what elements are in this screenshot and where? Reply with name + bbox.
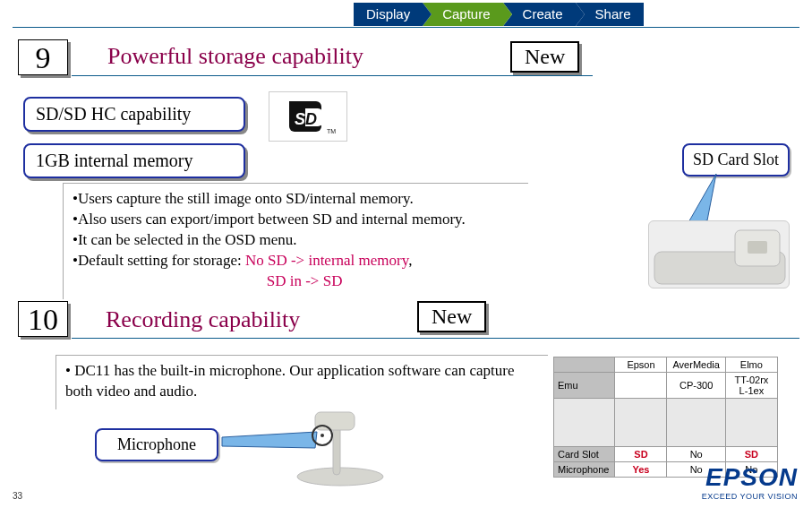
row-label: Microphone xyxy=(554,462,615,478)
nav-label: Display xyxy=(366,6,410,22)
bullet-text: It can be selected in the OSD menu. xyxy=(78,231,297,248)
svg-text:D: D xyxy=(305,110,317,128)
brand-word: EPSON xyxy=(702,463,798,492)
bullet-text: Users capture the still image onto SD/in… xyxy=(78,190,414,207)
rule-section-10 xyxy=(72,338,799,339)
thumb-avermedia xyxy=(667,399,725,447)
table-row-images xyxy=(554,399,778,447)
nav-label: Share xyxy=(595,6,631,22)
bullet-pink: No SD -> internal memory xyxy=(245,252,408,269)
rule-top xyxy=(13,27,799,28)
nav-create: Create xyxy=(503,3,576,26)
nav-display: Display xyxy=(354,3,423,26)
svg-text:S: S xyxy=(295,110,305,128)
sub-sd-capability: SD/SD HC capability xyxy=(23,97,245,132)
sub-internal-memory: 1GB internal memory xyxy=(23,143,245,178)
thumb-epson xyxy=(615,399,667,447)
section-number-9: 9 xyxy=(18,39,68,75)
row-label: Card Slot xyxy=(554,447,615,462)
comparison-table: Epson AverMedia Elmo Emu CP-300 TT-02rx … xyxy=(553,357,778,478)
row-label: Emu xyxy=(554,373,615,399)
brand-tagline: EXCEED YOUR VISION xyxy=(702,492,798,501)
nav-label: Create xyxy=(523,6,563,22)
rule-section-9 xyxy=(72,75,593,76)
svg-text:TM: TM xyxy=(327,128,336,134)
col-elmo: Elmo xyxy=(725,357,777,373)
brand-logo: EPSON EXCEED YOUR VISION xyxy=(702,463,798,501)
thumb-elmo xyxy=(725,399,777,447)
svg-rect-9 xyxy=(333,425,340,475)
device-photo-10 xyxy=(283,405,390,487)
workflow-nav: Display Capture Create Share xyxy=(354,3,644,26)
svg-rect-6 xyxy=(748,241,767,254)
bullet-pink: SD in -> SD xyxy=(267,272,343,289)
svg-rect-10 xyxy=(315,412,355,430)
section-title-9: Powerful storage capability xyxy=(107,43,363,70)
nav-capture: Capture xyxy=(423,3,502,26)
bullet-text: Default setting for storage: xyxy=(78,252,245,269)
device-photo-9 xyxy=(648,220,790,288)
bullets-9: •Users capture the still image onto SD/i… xyxy=(63,183,528,299)
col-avermedia: AverMedia xyxy=(667,357,725,373)
nav-share: Share xyxy=(576,3,644,26)
new-badge-9: New xyxy=(510,41,579,73)
new-badge-10: New xyxy=(417,301,486,332)
col-epson: Epson xyxy=(615,357,667,373)
sd-logo-icon: S D TM xyxy=(269,91,347,142)
bullet-text: Also users can export/import between SD … xyxy=(78,211,466,228)
page-number: 33 xyxy=(13,491,22,501)
svg-marker-3 xyxy=(688,174,716,224)
bullets-10: • DC11 has the built-in microphone. Our … xyxy=(56,355,548,409)
section-title-10: Recording capability xyxy=(106,306,300,333)
table-row-emu: Emu CP-300 TT-02rx L-1ex xyxy=(554,373,778,399)
callout-microphone: Microphone xyxy=(95,428,218,461)
svg-point-12 xyxy=(321,434,324,437)
section-number-10: 10 xyxy=(18,301,68,337)
bullet-text: DC11 has the built-in microphone. Our ap… xyxy=(65,362,514,400)
table-row-header: Epson AverMedia Elmo xyxy=(554,357,778,373)
table-row-cardslot: Card Slot SD No SD xyxy=(554,447,778,462)
nav-label: Capture xyxy=(442,6,490,22)
